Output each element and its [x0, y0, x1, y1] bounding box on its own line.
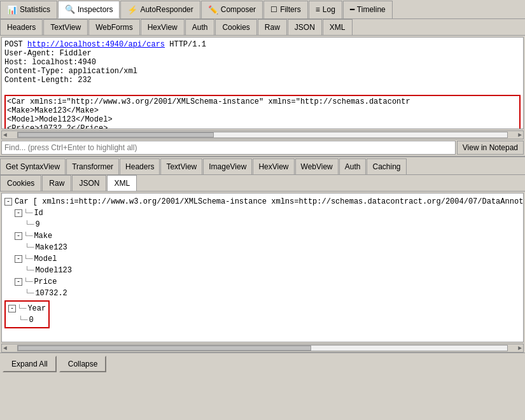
statistics-icon: 📊	[7, 5, 17, 15]
tab-composer[interactable]: ✏️ Composer	[201, 1, 263, 18]
timeline-icon: ━	[350, 5, 354, 14]
tree-scroll-thumb[interactable]	[18, 346, 311, 351]
filters-icon: ☐	[270, 5, 277, 14]
autoresponder-icon: ⚡	[127, 5, 137, 15]
price-value: └─ 10732.2	[25, 288, 521, 299]
request-user-agent: User-Agent: Fiddler	[4, 49, 521, 58]
req-tab-webforms[interactable]: WebForms	[88, 19, 139, 35]
tab-inspectors[interactable]: 🔍 Inspectors	[58, 1, 120, 18]
req-tab-raw[interactable]: Raw	[258, 19, 287, 35]
resp-tab-hexview[interactable]: HexView	[253, 158, 294, 174]
req-tab-auth[interactable]: Auth	[185, 19, 215, 35]
root-collapse-icon[interactable]: -	[4, 198, 12, 206]
year-value-indent: └─ 0	[18, 314, 46, 326]
resp-tab-syntaxview[interactable]: Get SyntaxView	[0, 158, 66, 174]
tab-timeline-label: Timeline	[357, 5, 386, 14]
tab-filters[interactable]: ☐ Filters	[263, 1, 308, 18]
xml-line-1: <Car xmlns:i="http://www.w3.org/2001/XML…	[7, 97, 518, 106]
year-node-group: - └─ Year └─ 0	[8, 303, 46, 326]
req-tab-headers[interactable]: Headers	[0, 19, 43, 35]
request-content: POST http://localhost:4940/api/cars HTTP…	[1, 37, 524, 129]
xml-line-3: <Model>Model123</Model>	[7, 115, 518, 124]
view-in-notepad-button[interactable]: View in Notepad	[457, 141, 524, 155]
tree-horizontal-scrollbar[interactable]: ◄ ►	[1, 344, 524, 353]
request-url[interactable]: http://localhost:4940/api/cars	[27, 40, 165, 49]
expand-all-button[interactable]: Expand All	[3, 356, 57, 372]
tab-composer-label: Composer	[221, 5, 256, 14]
request-content-length: Content-Length: 232	[4, 76, 521, 85]
make-node[interactable]: - └─ Make	[15, 230, 521, 242]
req-tab-xml[interactable]: XML	[323, 19, 353, 35]
id-collapse-icon[interactable]: -	[15, 209, 22, 217]
make-collapse-icon[interactable]: -	[15, 232, 22, 240]
tab-autoresponder[interactable]: ⚡ AutoResponder	[120, 1, 200, 18]
request-content-type: Content-Type: application/xml	[4, 67, 521, 76]
find-input[interactable]	[1, 141, 456, 155]
tab-statistics-label: Statistics	[20, 5, 50, 14]
resp-tab-headers[interactable]: Headers	[120, 158, 160, 174]
price-node[interactable]: - └─ Price	[15, 276, 521, 288]
resp-tab-transformer[interactable]: Transformer	[66, 158, 119, 174]
req-tab-hexview[interactable]: HexView	[141, 19, 185, 35]
xml-tree[interactable]: - Car [ xmlns:i=http://www.w3.org/2001/X…	[1, 193, 524, 342]
year-node-highlight: - └─ Year └─ 0	[4, 300, 50, 328]
action-bar: Expand All Collapse	[0, 353, 525, 375]
req-tab-textview[interactable]: TextView	[43, 19, 88, 35]
find-bar: View in Notepad	[1, 141, 524, 155]
tab-filters-label: Filters	[280, 5, 301, 14]
price-collapse-icon[interactable]: -	[15, 278, 22, 286]
tab-log[interactable]: ≡ Log	[309, 1, 342, 18]
request-first-line: POST http://localhost:4940/api/cars HTTP…	[4, 40, 521, 49]
price-label: Price	[34, 276, 57, 288]
tab-statistics[interactable]: 📊 Statistics	[0, 1, 57, 18]
req-tab-cookies[interactable]: Cookies	[215, 19, 256, 35]
price-value-text: 10732.2	[35, 288, 67, 299]
model-value: └─ Model123	[25, 265, 521, 276]
tab-timeline[interactable]: ━ Timeline	[343, 1, 393, 18]
xml-line-4: <Price>10732.2</Price>	[7, 124, 518, 129]
id-node[interactable]: - └─ Id	[15, 207, 521, 219]
request-host: Host: localhost:4940	[4, 58, 521, 67]
make-value-text: Make123	[35, 242, 67, 253]
make-value: └─ Make123	[25, 242, 521, 253]
model-node-group: - └─ Model └─ Model123	[15, 253, 521, 276]
request-tabs: Headers TextView WebForms HexView Auth C…	[0, 19, 525, 36]
id-value: └─ 9	[25, 219, 521, 230]
price-value-indent: └─ 10732.2	[25, 288, 521, 299]
request-horizontal-scrollbar[interactable]: ◄ ►	[1, 130, 524, 139]
resp-tab-imageview[interactable]: ImageView	[203, 158, 252, 174]
resp-tab-webview[interactable]: WebView	[295, 158, 339, 174]
model-collapse-icon[interactable]: -	[15, 255, 22, 263]
bottom-section-tabs: Cookies Raw JSON XML	[0, 175, 525, 192]
bottom-tab-json[interactable]: JSON	[72, 175, 106, 191]
year-collapse-icon[interactable]: -	[8, 305, 16, 312]
tab-autoresponder-label: AutoResponder	[140, 5, 193, 14]
request-scroll-thumb[interactable]	[18, 132, 214, 137]
year-node[interactable]: - └─ Year	[8, 303, 46, 314]
composer-icon: ✏️	[208, 5, 218, 15]
tab-log-label: Log	[323, 5, 335, 14]
resp-tab-auth[interactable]: Auth	[339, 158, 367, 174]
xml-line-2: <Make>Make123</Make>	[7, 106, 518, 115]
id-value-text: 9	[35, 219, 39, 230]
year-label: Year	[27, 303, 46, 314]
collapse-button[interactable]: Collapse	[59, 356, 107, 372]
bottom-tab-raw[interactable]: Raw	[42, 175, 71, 191]
resp-tab-caching[interactable]: Caching	[367, 158, 406, 174]
model-value-text: Model123	[35, 265, 72, 276]
bottom-tab-cookies[interactable]: Cookies	[0, 175, 41, 191]
tree-root-node[interactable]: - Car [ xmlns:i=http://www.w3.org/2001/X…	[4, 196, 521, 207]
request-scroll-track[interactable]	[17, 132, 508, 138]
inspectors-icon: 🔍	[65, 4, 75, 14]
model-node[interactable]: - └─ Model	[15, 253, 521, 265]
top-navigation: 📊 Statistics 🔍 Inspectors ⚡ AutoResponde…	[0, 0, 525, 19]
id-label: Id	[34, 207, 43, 219]
id-value-indent: └─ 9	[25, 219, 521, 230]
root-node-label: Car [ xmlns:i=http://www.w3.org/2001/XML…	[15, 196, 523, 207]
response-tabs: Get SyntaxView Transformer Headers TextV…	[0, 158, 525, 175]
section-divider	[0, 156, 525, 157]
req-tab-json[interactable]: JSON	[288, 19, 322, 35]
tree-scroll-track[interactable]	[17, 345, 508, 351]
bottom-tab-xml[interactable]: XML	[107, 175, 137, 191]
resp-tab-textview[interactable]: TextView	[160, 158, 202, 174]
